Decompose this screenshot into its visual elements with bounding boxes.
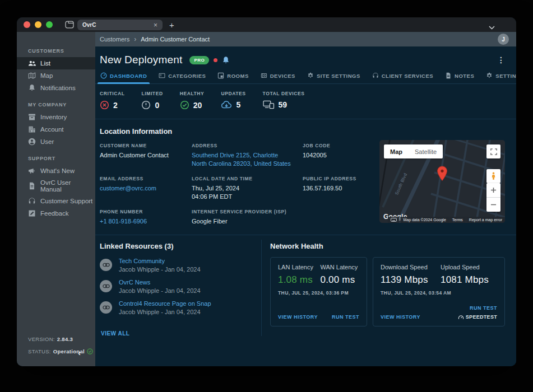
- resource-link[interactable]: Control4 Resource Page on Snap: [119, 300, 211, 307]
- speedtest-logo: SPEEDTEST: [458, 314, 497, 320]
- resource-meta: Jacob Whipple - Jan 04, 2024: [119, 287, 201, 294]
- tab-client-services[interactable]: CLIENT SERVICES: [372, 70, 434, 83]
- tab-close-icon[interactable]: ×: [154, 22, 157, 29]
- sidebar-item-label: Inventory: [40, 114, 67, 120]
- tab-devices[interactable]: DEVICES: [260, 70, 296, 83]
- google-map[interactable]: South Blvd Map Satellite: [379, 140, 505, 223]
- pegman-button[interactable]: [486, 169, 500, 183]
- sidebar-item-user-manual[interactable]: OvrC User Manual: [17, 177, 95, 195]
- field-job-code: JOB CODE 1042005: [303, 143, 374, 168]
- people-icon: [28, 59, 36, 67]
- field-label: ADDRESS: [192, 143, 303, 148]
- sidebar-item-label: Map: [40, 72, 53, 79]
- map-fullscreen-button[interactable]: [486, 144, 500, 158]
- address-link[interactable]: Southend Drive 2125, Charlotte North Car…: [192, 151, 303, 168]
- plus-icon: [490, 187, 497, 193]
- gear-icon: [307, 72, 314, 79]
- map-report-error-link[interactable]: Report a map error: [466, 217, 505, 223]
- tab-label: CLIENT SERVICES: [382, 73, 433, 79]
- sidebar-collapse-chevron[interactable]: ‹: [78, 348, 81, 357]
- sidebar-item-label: What's New: [40, 167, 75, 174]
- critical-icon: [100, 100, 109, 110]
- tab-settings[interactable]: SETTINGS: [485, 70, 516, 83]
- tab-notes[interactable]: NOTES: [444, 70, 475, 83]
- summary-label: LIMITED: [141, 91, 163, 96]
- field-phone: PHONE NUMBER +1 801-918-6906: [100, 209, 192, 226]
- address-line-1: Southend Drive 2125, Charlotte: [192, 151, 303, 160]
- new-tab-button[interactable]: +: [169, 20, 174, 30]
- network-health-title: Network Health: [270, 242, 505, 250]
- link-icon: [100, 259, 112, 271]
- minimize-window-button[interactable]: [35, 21, 41, 28]
- sidebar-item-feedback[interactable]: Feedback: [17, 207, 95, 220]
- keyboard-shortcuts-icon[interactable]: [388, 217, 400, 223]
- bottom-section: Linked Resources (3) Tech Community Jaco…: [95, 235, 516, 366]
- view-history-button[interactable]: VIEW HISTORY: [381, 314, 420, 320]
- close-window-button[interactable]: [24, 21, 30, 28]
- sidebar-item-map[interactable]: Map: [17, 69, 95, 82]
- operational-check-icon: [87, 348, 93, 354]
- view-history-button[interactable]: VIEW HISTORY: [278, 314, 318, 320]
- sidebar-item-whats-new[interactable]: What's New: [17, 165, 95, 177]
- chevron-down-icon[interactable]: [489, 22, 495, 32]
- tab-dashboard[interactable]: DASHBOARD: [100, 70, 147, 83]
- sidebar-item-user[interactable]: User: [17, 136, 95, 148]
- sidebar-item-notifications[interactable]: Notifications: [17, 82, 95, 94]
- status-label: STATUS:: [28, 348, 51, 354]
- main-area: Customers › Admin Customer Contact J New…: [95, 32, 516, 366]
- run-test-button[interactable]: RUN TEST: [332, 314, 359, 320]
- sidebar-item-inventory[interactable]: Inventory: [17, 111, 95, 123]
- browser-sidebar-toggle-icon[interactable]: [65, 21, 74, 29]
- tab-rooms[interactable]: ROOMS: [217, 70, 249, 83]
- map-data-attribution: Map data ©2024 Google: [400, 217, 448, 223]
- zoom-out-button[interactable]: [486, 197, 500, 212]
- sidebar-item-customer-support[interactable]: Customer Support: [17, 195, 95, 207]
- tab-site-settings[interactable]: SITE SETTINGS: [307, 70, 361, 83]
- resource-link[interactable]: Tech Community: [119, 258, 201, 264]
- summary-value: 20: [193, 101, 202, 110]
- pegman-icon: [491, 172, 496, 180]
- sidebar-item-label: Notifications: [40, 85, 76, 91]
- field-value: 136.57.169.50: [303, 184, 374, 193]
- tab-categories[interactable]: CATEGORIES: [158, 70, 206, 83]
- sidebar-section-support: SUPPORT What's New OvrC User Manual Cust…: [17, 153, 95, 220]
- sidebar-item-label: Feedback: [40, 210, 69, 217]
- wan-latency-value: 0.00 ms: [321, 274, 360, 286]
- sidebar-section-title: CUSTOMERS: [17, 45, 95, 57]
- user-avatar[interactable]: J: [498, 34, 509, 45]
- upload-speed-value: 1081 Mbps: [441, 274, 497, 286]
- summary-value: 5: [236, 100, 240, 109]
- view-all-button[interactable]: VIEW ALL: [101, 330, 129, 337]
- headset-icon: [28, 197, 36, 205]
- gear-icon: [486, 72, 493, 79]
- sidebar-item-list[interactable]: List: [17, 57, 95, 69]
- phone-link[interactable]: +1 801-918-6906: [100, 217, 192, 226]
- browser-tab-title: OvrC: [82, 22, 96, 28]
- tab-label: ROOMS: [227, 73, 248, 79]
- version-value: 2.84.3: [57, 336, 73, 342]
- location-title: Location Information: [100, 127, 379, 136]
- sidebar-item-account[interactable]: Account: [17, 123, 95, 136]
- map-icon: [28, 72, 36, 80]
- tab-label: SETTINGS: [495, 73, 516, 79]
- breadcrumb-customers-link[interactable]: Customers: [100, 36, 129, 43]
- sidebar-section-title: SUPPORT: [17, 153, 95, 165]
- field-label: LOCAL DATE AND TIME: [192, 176, 303, 181]
- zoom-in-button[interactable]: [486, 183, 500, 197]
- map-view-button[interactable]: Map: [384, 144, 409, 158]
- sidebar-section-my-company: MY COMPANY Inventory Account User: [17, 99, 95, 148]
- field-public-ip: PUBLIC IP ADDRESS 136.57.169.50: [303, 176, 374, 201]
- summary-updates: UPDATES 5: [221, 91, 245, 110]
- datetime-date: Thu, Jul 25, 2024: [192, 184, 303, 193]
- run-test-button[interactable]: RUN TEST: [470, 305, 497, 311]
- notification-bell-icon[interactable]: [222, 56, 230, 64]
- sidebar-footer: VERSION: 2.84.3 STATUS: Operational: [17, 336, 95, 366]
- browser-tab[interactable]: OvrC ×: [77, 20, 163, 30]
- kebab-menu-icon[interactable]: ⋮: [497, 55, 505, 64]
- map-terms-link[interactable]: Terms: [449, 217, 466, 223]
- summary-value: 59: [279, 100, 288, 109]
- zoom-window-button[interactable]: [46, 21, 53, 28]
- resource-link[interactable]: OvrC News: [119, 279, 201, 286]
- satellite-view-button[interactable]: Satellite: [409, 144, 443, 158]
- email-link[interactable]: customer@ovrc.com: [100, 184, 192, 193]
